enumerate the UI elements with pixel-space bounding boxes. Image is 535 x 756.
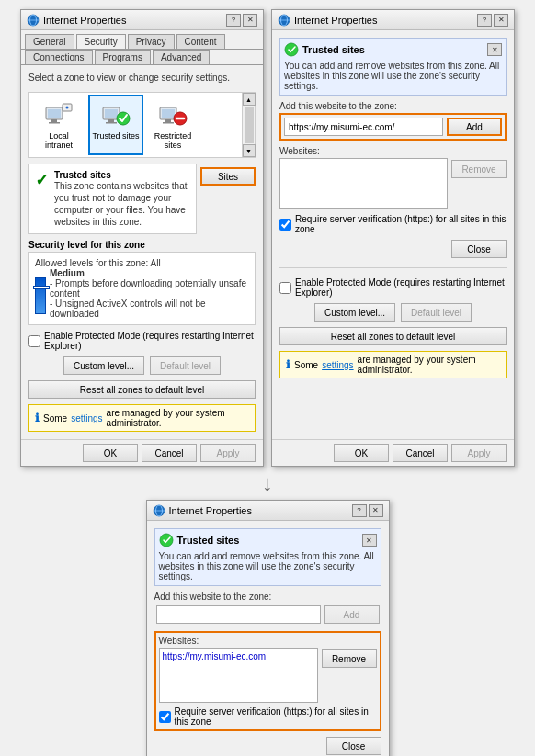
zone-trusted-sites[interactable]: Trusted sites [88, 95, 143, 155]
trusted-info-body: This zone contains websites that you tru… [54, 180, 190, 228]
title-b: Internet Properties [169, 505, 253, 516]
tr-add-input[interactable] [284, 118, 443, 136]
b-add-label: Add this website to the zone: [154, 592, 381, 602]
divider-tr [279, 267, 507, 268]
tab-content[interactable]: Content [176, 34, 225, 49]
b-add-input[interactable] [156, 605, 321, 624]
close-btn-b[interactable]: ✕ [369, 504, 383, 517]
b-close-btn2[interactable]: Close [326, 737, 381, 755]
tr-protected-label: Enable Protected Mode (requires restarti… [295, 277, 507, 298]
b-add-btn[interactable]: Add [324, 605, 380, 624]
svg-rect-10 [105, 109, 118, 118]
sec-bullet-1: - Prompts before downloading potentially… [50, 278, 249, 299]
ok-btn-tl[interactable]: OK [83, 444, 138, 462]
info-text-tr: Some [294, 360, 318, 370]
tr-add-btn[interactable]: Add [447, 118, 502, 136]
svg-point-23 [285, 43, 298, 56]
title-bar-buttons: ? ✕ [226, 14, 257, 27]
info-icon-tr: ℹ [286, 358, 290, 371]
tr-add-label: Add this website to the zone: [279, 101, 507, 111]
close-button-tl[interactable]: ✕ [243, 14, 257, 27]
settings-link-tr[interactable]: settings [322, 360, 353, 370]
tr-https-label: Require server verification (https:) for… [295, 214, 507, 234]
reset-zones-btn[interactable]: Reset all zones to default level [28, 380, 256, 399]
tr-protected-checkbox[interactable] [279, 282, 291, 294]
sec-level-title: Medium [50, 268, 249, 278]
sites-button[interactable]: Sites [200, 167, 256, 186]
tr-inner-close[interactable]: ✕ [487, 43, 502, 56]
tr-remove-btn[interactable]: Remove [451, 160, 507, 178]
help-btn-tr[interactable]: ? [477, 14, 492, 27]
cancel-btn-tl[interactable]: Cancel [142, 444, 197, 462]
tr-remove-col: Remove [451, 158, 507, 209]
ie-icon-tr [278, 14, 290, 27]
tab-general[interactable]: General [25, 34, 74, 49]
svg-rect-12 [106, 122, 117, 124]
protected-mode-label: Enable Protected Mode (requires restarti… [44, 331, 256, 351]
tr-inner-title: Trusted sites [302, 44, 365, 55]
tr-default-btn[interactable]: Default level [401, 303, 472, 322]
scroll-down-arrow[interactable]: ▼ [243, 144, 256, 157]
tr-title-left: Internet Properties [278, 14, 378, 27]
top-left-internet-properties: Internet Properties ? ✕ General Security… [20, 9, 264, 467]
scroll-thumb [245, 107, 254, 143]
tl-content: Select a zone to view or change security… [21, 65, 263, 439]
tab-security[interactable]: Security [76, 34, 126, 49]
b-websites-label: Websites: [159, 636, 377, 646]
protected-mode-checkbox[interactable] [28, 335, 40, 347]
b-https-label: Require server verification (https:) for… [175, 706, 377, 727]
cancel-btn-tr[interactable]: Cancel [393, 444, 448, 462]
tr-custom-btn[interactable]: Custom level... [314, 303, 395, 322]
apply-btn-tr[interactable]: Apply [451, 444, 507, 462]
tr-close-btn2[interactable]: Close [451, 240, 507, 258]
info-bar-tl: ℹ Some settings are managed by your syst… [28, 404, 256, 432]
b-websites-area: https://my.misumi-ec.com Remove [159, 648, 377, 703]
tr-reset-btn[interactable]: Reset all zones to default level [279, 327, 507, 345]
check-icon: ✓ [35, 170, 49, 190]
b-inner-close[interactable]: ✕ [362, 534, 377, 547]
security-section: Security level for this zone Allowed lev… [28, 240, 256, 325]
sec-bullet-2: - Unsigned ActiveX controls will not be … [50, 299, 249, 319]
restricted-sites-label: Restricted sites [149, 131, 197, 150]
security-level-box: Allowed levels for this zone: All Medium… [28, 252, 256, 325]
title-bar-left-content: Internet Properties [27, 14, 127, 27]
ie-icon [27, 14, 40, 27]
help-btn-b[interactable]: ? [352, 504, 367, 517]
title-bar-tr: Internet Properties ? ✕ [272, 10, 514, 30]
security-section-label: Security level for this zone [28, 240, 256, 250]
trusted-sites-label: Trusted sites [92, 131, 139, 141]
down-arrow: ↓ [262, 472, 273, 494]
svg-rect-4 [48, 109, 61, 118]
zone-local-intranet[interactable]: Local intranet [31, 95, 86, 155]
apply-btn-tl[interactable]: Apply [200, 444, 256, 462]
bottom-trusted-dialog: Internet Properties ? ✕ Trusted sites [146, 500, 390, 756]
zone-instruction: Select a zone to view or change security… [28, 73, 256, 83]
svg-point-27 [160, 534, 173, 547]
default-level-btn[interactable]: Default level [150, 356, 221, 375]
svg-rect-17 [163, 122, 174, 124]
zone-restricted-sites[interactable]: Restricted sites [145, 95, 200, 155]
scroll-up-arrow[interactable]: ▲ [243, 93, 256, 106]
help-button-tl[interactable]: ? [226, 14, 241, 27]
b-header-text: You can add and remove websites from thi… [159, 551, 377, 581]
tab-advanced[interactable]: Advanced [153, 50, 210, 64]
tr-add-section: Add this website to the zone: Add [279, 101, 507, 141]
close-btn-tr[interactable]: ✕ [494, 14, 508, 27]
svg-rect-15 [162, 109, 175, 118]
tab-privacy[interactable]: Privacy [128, 34, 175, 49]
ie-icon-b [153, 504, 165, 517]
settings-link-tl[interactable]: settings [71, 413, 102, 423]
b-remove-btn[interactable]: Remove [322, 649, 377, 668]
ok-btn-tr[interactable]: OK [334, 444, 389, 462]
tab-connections[interactable]: Connections [25, 50, 93, 64]
tr-https-checkbox[interactable] [279, 219, 291, 231]
tab-programs[interactable]: Programs [95, 50, 151, 64]
b-websites-section: Websites: https://my.misumi-ec.com Remov… [154, 631, 381, 731]
zones-scrollbar[interactable]: ▲ ▼ [242, 93, 255, 157]
zones-area: Local intranet [29, 93, 242, 157]
bottom-btns-tr: OK Cancel Apply [272, 439, 514, 466]
allowed-label: Allowed levels for this zone: All [35, 258, 249, 268]
b-https-checkbox[interactable] [159, 711, 171, 723]
trusted-info-box: ✓ Trusted sites This zone contains websi… [28, 164, 197, 234]
custom-level-btn[interactable]: Custom level... [63, 356, 144, 375]
